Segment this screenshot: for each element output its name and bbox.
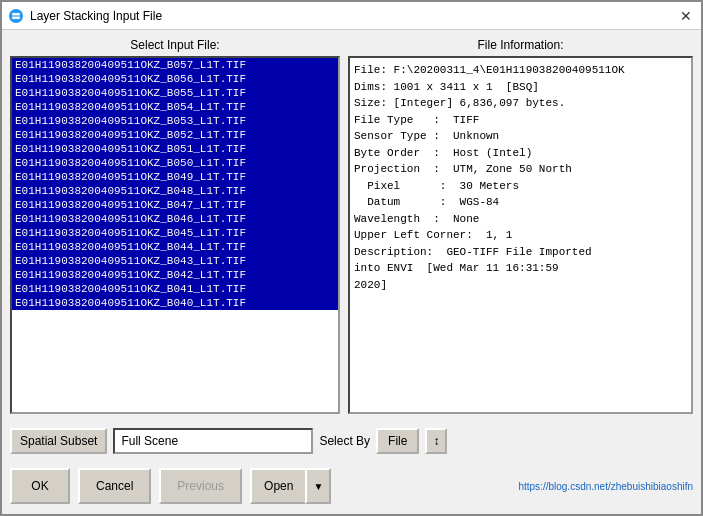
svg-rect-1	[12, 13, 20, 15]
previous-button[interactable]: Previous	[159, 468, 242, 504]
right-panel: File Information: File: F:\20200311_4\E0…	[348, 38, 693, 414]
sort-button[interactable]: ↕	[425, 428, 447, 454]
action-row: OK Cancel Previous Open ▼ https://blog.c…	[2, 460, 701, 514]
left-panel: Select Input File: E01H119038200409511OK…	[10, 38, 340, 414]
list-item[interactable]: E01H119038200409511OKZ_B040_L1T.TIF	[12, 296, 338, 310]
spatial-subset-button[interactable]: Spatial Subset	[10, 428, 107, 454]
file-list[interactable]: E01H119038200409511OKZ_B057_L1T.TIFE01H1…	[10, 56, 340, 414]
window-icon	[8, 8, 24, 24]
watermark: https://blog.csdn.net/zhebuishibiaoshifn	[518, 481, 693, 492]
select-by-label: Select By	[319, 434, 370, 448]
list-item[interactable]: E01H119038200409511OKZ_B043_L1T.TIF	[12, 254, 338, 268]
list-item[interactable]: E01H119038200409511OKZ_B055_L1T.TIF	[12, 86, 338, 100]
list-item[interactable]: E01H119038200409511OKZ_B044_L1T.TIF	[12, 240, 338, 254]
file-info-label: File Information:	[348, 38, 693, 52]
list-item[interactable]: E01H119038200409511OKZ_B041_L1T.TIF	[12, 282, 338, 296]
file-info-box: File: F:\20200311_4\E01H119038200409511O…	[348, 56, 693, 414]
file-list-label: Select Input File:	[10, 38, 340, 52]
ok-button[interactable]: OK	[10, 468, 70, 504]
open-dropdown-arrow[interactable]: ▼	[305, 468, 331, 504]
main-window: Layer Stacking Input File ✕ Select Input…	[0, 0, 703, 516]
list-item[interactable]: E01H119038200409511OKZ_B046_L1T.TIF	[12, 212, 338, 226]
list-item[interactable]: E01H119038200409511OKZ_B050_L1T.TIF	[12, 156, 338, 170]
list-item[interactable]: E01H119038200409511OKZ_B057_L1T.TIF	[12, 58, 338, 72]
list-item[interactable]: E01H119038200409511OKZ_B051_L1T.TIF	[12, 142, 338, 156]
window-title: Layer Stacking Input File	[30, 9, 162, 23]
list-item[interactable]: E01H119038200409511OKZ_B054_L1T.TIF	[12, 100, 338, 114]
svg-rect-3	[12, 17, 20, 19]
list-item[interactable]: E01H119038200409511OKZ_B049_L1T.TIF	[12, 170, 338, 184]
list-item[interactable]: E01H119038200409511OKZ_B053_L1T.TIF	[12, 114, 338, 128]
subset-row: Spatial Subset Select By File ↕	[2, 422, 701, 460]
list-item[interactable]: E01H119038200409511OKZ_B047_L1T.TIF	[12, 198, 338, 212]
open-button-group: Open ▼	[250, 468, 331, 504]
list-item[interactable]: E01H119038200409511OKZ_B045_L1T.TIF	[12, 226, 338, 240]
list-item[interactable]: E01H119038200409511OKZ_B052_L1T.TIF	[12, 128, 338, 142]
title-bar: Layer Stacking Input File ✕	[2, 2, 701, 30]
main-content: Select Input File: E01H119038200409511OK…	[2, 30, 701, 422]
list-item[interactable]: E01H119038200409511OKZ_B042_L1T.TIF	[12, 268, 338, 282]
close-button[interactable]: ✕	[677, 7, 695, 25]
title-bar-left: Layer Stacking Input File	[8, 8, 162, 24]
cancel-button[interactable]: Cancel	[78, 468, 151, 504]
open-button[interactable]: Open	[250, 468, 305, 504]
list-item[interactable]: E01H119038200409511OKZ_B048_L1T.TIF	[12, 184, 338, 198]
svg-rect-2	[12, 15, 20, 17]
select-by-button[interactable]: File	[376, 428, 419, 454]
list-item[interactable]: E01H119038200409511OKZ_B056_L1T.TIF	[12, 72, 338, 86]
spatial-subset-input[interactable]	[113, 428, 313, 454]
